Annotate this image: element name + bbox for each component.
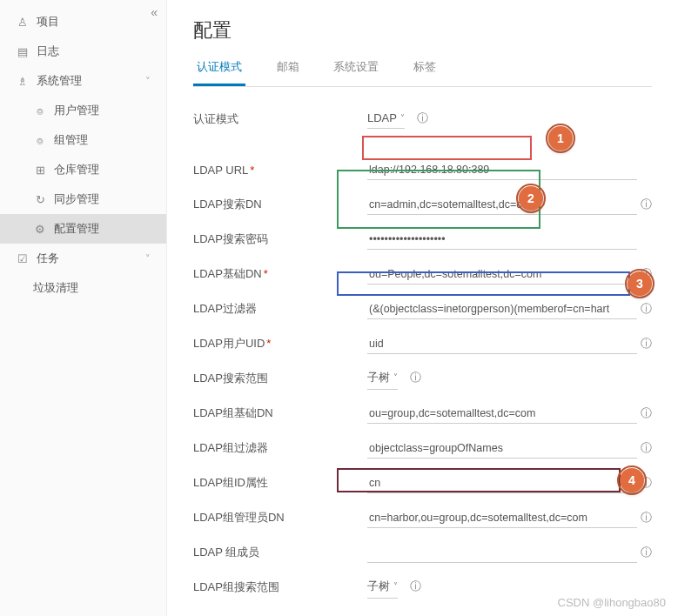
label-search-dn: LDAP搜索DN bbox=[193, 197, 367, 212]
row-group-base-dn: LDAP组基础DN ⓘ bbox=[193, 402, 652, 425]
ldap-url-input[interactable] bbox=[367, 160, 637, 180]
row-user-uid: LDAP用户UID* ⓘ bbox=[193, 332, 652, 355]
sidebar-item-config[interactable]: ⚙ 配置管理 bbox=[0, 214, 166, 244]
row-filter: LDAP过滤器 ⓘ bbox=[193, 298, 652, 320]
label-group-id-attr: LDAP组ID属性 bbox=[193, 475, 367, 491]
label-user-uid: LDAP用户UID* bbox=[193, 336, 367, 352]
watermark: CSDN @lihongbao80 bbox=[558, 596, 667, 609]
chevron-down-icon: ˅ bbox=[400, 113, 405, 123]
cluster-icon: ♗ bbox=[16, 75, 30, 88]
sidebar-label: 系统管理 bbox=[37, 73, 82, 89]
sidebar-item-sync[interactable]: ↻ 同步管理 bbox=[0, 184, 166, 214]
search-scope-select[interactable]: 子树 ˅ bbox=[367, 368, 398, 390]
row-search-scope: LDAP搜索范围 子树 ˅ ⓘ bbox=[193, 367, 652, 390]
label-base-dn: LDAP基础DN* bbox=[193, 266, 367, 282]
sidebar-label: 日志 bbox=[37, 44, 59, 59]
sidebar-item-gc[interactable]: 垃圾清理 bbox=[0, 273, 166, 303]
chevron-down-icon: ˅ bbox=[393, 372, 398, 382]
auth-mode-select[interactable]: LDAP ˅ bbox=[367, 110, 405, 129]
sidebar-item-users[interactable]: ⌾ 用户管理 bbox=[0, 96, 166, 125]
chevron-down-icon: ˅ bbox=[145, 76, 151, 87]
tab-auth[interactable]: 认证模式 bbox=[193, 52, 245, 86]
info-icon[interactable]: ⓘ bbox=[641, 545, 652, 560]
row-auth-mode: 认证模式 LDAP ˅ ⓘ bbox=[193, 108, 652, 131]
info-icon[interactable]: ⓘ bbox=[641, 336, 652, 352]
marker-2: 2 bbox=[519, 186, 543, 211]
search-dn-input[interactable] bbox=[367, 195, 637, 215]
search-pwd-input[interactable] bbox=[367, 230, 637, 250]
sidebar-item-tasks[interactable]: ☑ 任务 ˅ bbox=[0, 244, 166, 273]
row-group-id-attr: LDAP组ID属性 ⓘ bbox=[193, 472, 652, 494]
info-icon[interactable]: ⓘ bbox=[641, 301, 652, 317]
marker-3: 3 bbox=[628, 271, 652, 296]
doc-icon: ▤ bbox=[16, 45, 30, 58]
info-icon[interactable]: ⓘ bbox=[641, 197, 652, 212]
sidebar-label: 用户管理 bbox=[54, 103, 99, 118]
filter-input[interactable] bbox=[367, 299, 637, 319]
tab-labels[interactable]: 标签 bbox=[410, 52, 440, 84]
sidebar-label: 组管理 bbox=[54, 132, 88, 148]
label-group-member: LDAP 组成员 bbox=[193, 545, 367, 560]
label-search-scope: LDAP搜索范围 bbox=[193, 371, 367, 386]
sidebar-item-logs[interactable]: ▤ 日志 bbox=[0, 37, 166, 66]
label-auth-mode: 认证模式 bbox=[193, 111, 367, 127]
sidebar-item-sysadmin[interactable]: ♗ 系统管理 ˅ bbox=[0, 66, 166, 96]
info-icon[interactable]: ⓘ bbox=[410, 371, 421, 384]
row-group-admin-dn: LDAP组管理员DN ⓘ bbox=[193, 506, 652, 529]
label-ldap-url: LDAP URL* bbox=[193, 164, 367, 177]
label-filter: LDAP过滤器 bbox=[193, 301, 367, 317]
sidebar-label: 配置管理 bbox=[54, 221, 99, 237]
label-search-pwd: LDAP搜索密码 bbox=[193, 231, 367, 247]
chevron-down-icon: ˅ bbox=[393, 581, 398, 591]
sidebar-item-groups[interactable]: ⌾ 组管理 bbox=[0, 125, 166, 155]
users-icon: ⌾ bbox=[33, 134, 47, 147]
row-group-member: LDAP 组成员 ⓘ bbox=[193, 541, 652, 564]
row-base-dn: LDAP基础DN* ⓘ bbox=[193, 263, 652, 285]
collapse-icon[interactable]: « bbox=[151, 5, 158, 19]
row-group-filter: LDAP组过滤器 ⓘ bbox=[193, 437, 652, 459]
info-icon[interactable]: ⓘ bbox=[641, 405, 652, 421]
group-admin-dn-input[interactable] bbox=[367, 508, 637, 528]
users-icon: ⌾ bbox=[33, 104, 47, 117]
row-search-dn: LDAP搜索DN ⓘ bbox=[193, 193, 652, 216]
group-id-attr-input[interactable] bbox=[367, 473, 637, 493]
sidebar-label: 任务 bbox=[37, 251, 59, 266]
gear-icon: ⚙ bbox=[33, 223, 47, 236]
row-search-pwd: LDAP搜索密码 bbox=[193, 228, 652, 251]
info-icon[interactable]: ⓘ bbox=[410, 579, 421, 593]
sidebar-label: 仓库管理 bbox=[54, 162, 99, 177]
group-search-scope-select[interactable]: 子树 ˅ bbox=[367, 577, 398, 599]
sidebar-item-project[interactable]: ♙ 项目 bbox=[0, 7, 166, 37]
check-icon: ☑ bbox=[16, 252, 30, 265]
user-icon: ♙ bbox=[16, 16, 30, 29]
label-group-search-scope: LDAP组搜索范围 bbox=[193, 579, 367, 595]
group-base-dn-input[interactable] bbox=[367, 404, 637, 424]
base-dn-input[interactable] bbox=[367, 264, 637, 285]
sidebar-label: 项目 bbox=[37, 14, 59, 30]
sidebar-label: 同步管理 bbox=[54, 191, 99, 207]
user-uid-input[interactable] bbox=[367, 334, 637, 354]
sidebar-item-repos[interactable]: ⊞ 仓库管理 bbox=[0, 155, 166, 184]
box-icon: ⊞ bbox=[33, 164, 47, 177]
label-group-base-dn: LDAP组基础DN bbox=[193, 405, 367, 421]
marker-4: 4 bbox=[620, 468, 644, 492]
info-icon[interactable]: ⓘ bbox=[641, 440, 652, 456]
tabs: 认证模式 邮箱 系统设置 标签 bbox=[193, 52, 652, 87]
main-content: 配置 认证模式 邮箱 系统设置 标签 认证模式 LDAP ˅ ⓘ LDAP UR… bbox=[167, 0, 678, 616]
marker-1: 1 bbox=[548, 126, 573, 151]
group-filter-input[interactable] bbox=[367, 439, 637, 459]
sync-icon: ↻ bbox=[33, 193, 47, 206]
group-member-input[interactable] bbox=[367, 543, 637, 563]
chevron-down-icon: ˅ bbox=[145, 253, 151, 264]
info-icon[interactable]: ⓘ bbox=[417, 111, 428, 124]
tab-email[interactable]: 邮箱 bbox=[273, 52, 303, 84]
page-title: 配置 bbox=[193, 17, 652, 44]
label-group-filter: LDAP组过滤器 bbox=[193, 440, 367, 456]
sidebar: « ♙ 项目 ▤ 日志 ♗ 系统管理 ˅ ⌾ 用户管理 ⌾ 组管理 ⊞ 仓库管理… bbox=[0, 0, 167, 616]
tab-system[interactable]: 系统设置 bbox=[330, 52, 382, 84]
info-icon[interactable]: ⓘ bbox=[641, 510, 652, 526]
row-ldap-url: LDAP URL* bbox=[193, 158, 652, 181]
sidebar-label: 垃圾清理 bbox=[33, 280, 78, 296]
label-group-admin-dn: LDAP组管理员DN bbox=[193, 510, 367, 526]
